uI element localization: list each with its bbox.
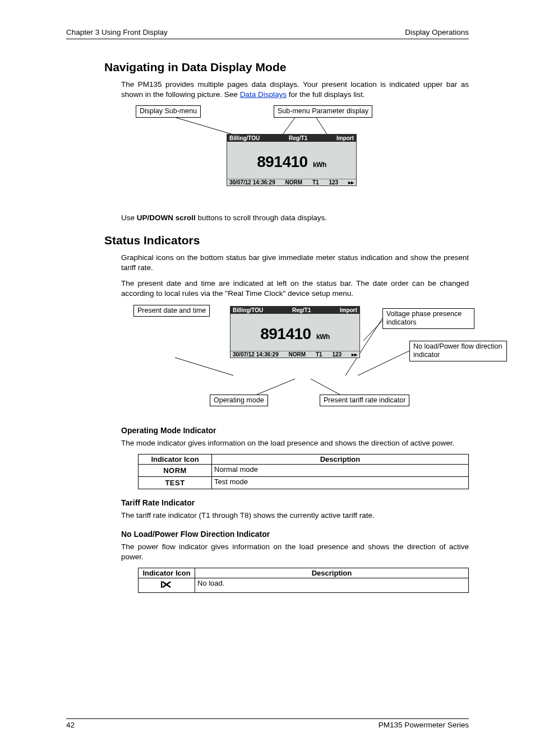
lcd2-status-tariff: T1: [316, 351, 322, 358]
page-header: Chapter 3 Using Front Display Display Op…: [66, 28, 469, 39]
svg-line-8: [311, 379, 340, 395]
header-left: Chapter 3 Using Front Display: [66, 28, 168, 36]
lcd-screen: Billing/TOU Reg/T1 Import 891410 kWh 30/…: [227, 134, 357, 186]
lcd-unit: kWh: [313, 161, 326, 169]
section-heading-navigating: Navigating in Data Display Mode: [104, 61, 469, 74]
lcd2-top-right: Import: [340, 307, 357, 313]
page-footer: 42 PM135 Powermeter Series: [66, 718, 469, 729]
page-number: 42: [66, 721, 75, 729]
lcd-status-datetime: 30/07/12 14:36:29: [229, 179, 275, 185]
table-row: TEST Test mode: [139, 476, 469, 489]
section2-para2: The present date and time are indicated …: [121, 279, 469, 299]
table-header-row: Indicator Icon Description: [139, 454, 469, 464]
heading-tariff-rate-indicator: Tariff Rate Indicator: [121, 498, 469, 507]
lcd2-unit: kWh: [316, 333, 330, 341]
lcd-status-mode: NORM: [285, 179, 303, 185]
pflow-icon-noload: [139, 578, 195, 593]
callout-display-submenu: Display Sub-menu: [136, 105, 201, 118]
table-row: No load.: [139, 578, 469, 593]
opmode-icon-norm: NORM: [139, 464, 212, 476]
callout-noload-powerflow: No load/Power flow direction indicator: [409, 341, 507, 361]
lcd2-status-datetime: 30/07/12 14:36:29: [233, 351, 279, 358]
lcd-status-tariff: T1: [312, 179, 319, 185]
no-load-icon: [161, 580, 172, 591]
section2-para1: Graphical icons on the bottom status bar…: [121, 253, 469, 273]
heading-operating-mode-indicator: Operating Mode Indicator: [121, 426, 469, 435]
section1-para1: The PM135 provides multiple pages data d…: [121, 80, 469, 100]
svg-line-3: [175, 358, 233, 375]
opmode-desc-test: Test mode: [212, 476, 469, 489]
header-right: Display Operations: [405, 28, 469, 36]
section1-para2: Use UP/DOWN scroll buttons to scroll thr…: [121, 213, 469, 223]
opmode-icon-test: TEST: [139, 476, 212, 489]
th-indicator-icon-2: Indicator Icon: [139, 568, 195, 578]
lcd-top-left: Billing/TOU: [229, 135, 260, 141]
lcd-top-mid: Reg/T1: [289, 135, 307, 141]
callout-submenu-param: Sub-menu Parameter display: [274, 105, 372, 118]
section-heading-status: Status Indicators: [104, 234, 469, 247]
table-power-flow: Indicator Icon Description No load.: [138, 568, 469, 593]
power-flow-arrow-icon-2: ▸▸: [352, 351, 357, 358]
callout-operating-mode: Operating mode: [210, 395, 268, 407]
th-indicator-icon: Indicator Icon: [139, 454, 212, 464]
pflow-desc-noload: No load.: [195, 578, 469, 593]
lcd-screen-2: Billing/TOU Reg/T1 Import 891410 kWh 30/…: [230, 306, 360, 358]
tariff-desc: The tariff rate indicator (T1 through T8…: [121, 511, 469, 521]
lcd2-status-phase: 123: [332, 351, 342, 358]
link-data-displays[interactable]: Data Displays: [240, 90, 287, 99]
opmode-desc-norm: Normal mode: [212, 464, 469, 476]
svg-line-6: [358, 351, 409, 375]
callout-tariff-rate: Present tariff rate indicator: [320, 395, 409, 407]
th-description: Description: [212, 454, 469, 464]
callout-present-datetime: Present date and time: [133, 305, 210, 317]
th-description-2: Description: [195, 568, 469, 578]
table-header-row: Indicator Icon Description: [139, 568, 469, 578]
power-flow-arrow-icon: ▸▸: [348, 179, 354, 185]
pflow-desc: The power flow indicator gives informati…: [121, 542, 469, 562]
footer-series: PM135 Powermeter Series: [379, 721, 469, 729]
svg-line-7: [257, 379, 295, 395]
diagram-navigating: Display Sub-menu Sub-menu Parameter disp…: [104, 105, 469, 212]
callout-voltage-phase: Voltage phase presence indicators: [382, 308, 474, 329]
svg-line-5: [363, 321, 382, 341]
lcd-status-phase: 123: [329, 179, 338, 185]
table-row: NORM Normal mode: [139, 464, 469, 476]
lcd2-value: 891410: [260, 325, 311, 342]
lcd-value: 891410: [257, 153, 307, 170]
table-operating-mode: Indicator Icon Description NORM Normal m…: [138, 454, 469, 489]
lcd2-status-mode: NORM: [289, 351, 306, 358]
diagram-status-indicators: Present date and time Voltage phase pres…: [104, 305, 469, 417]
opmode-desc: The mode indicator gives information on …: [121, 438, 469, 448]
lcd2-top-left: Billing/TOU: [233, 307, 263, 313]
lcd2-top-mid: Reg/T1: [292, 307, 311, 313]
heading-noload-powerflow-indicator: No Load/Power Flow Direction Indicator: [121, 530, 469, 539]
lcd-top-right: Import: [336, 135, 354, 141]
